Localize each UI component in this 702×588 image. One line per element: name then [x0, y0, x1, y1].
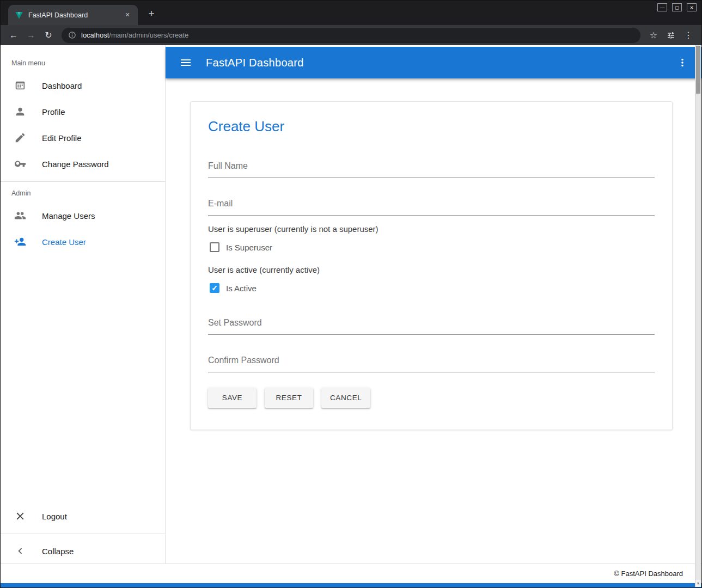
appbar: FastAPI Dashboard — [166, 47, 701, 78]
checkbox-checked-icon: ✓ — [210, 283, 219, 293]
superuser-hint: User is superuser (currently is not a su… — [208, 224, 655, 234]
bookmark-star-icon[interactable]: ☆ — [646, 28, 661, 43]
form-actions: SAVE RESET CANCEL — [208, 388, 655, 408]
checkbox-unchecked-icon — [210, 242, 219, 252]
page-body: Main menu Dashboard Profile Edit Profile — [1, 45, 701, 564]
new-tab-button[interactable]: + — [144, 7, 158, 21]
tune-icon[interactable] — [663, 28, 679, 43]
sidebar-item-dashboard[interactable]: Dashboard — [1, 72, 165, 99]
sidebar-item-label: Change Password — [42, 160, 109, 169]
window-minimize-button[interactable]: — — [657, 3, 667, 11]
key-icon — [14, 157, 27, 170]
sidebar-item-profile[interactable]: Profile — [1, 99, 165, 125]
browser-menu-icon[interactable]: ⋮ — [681, 28, 696, 43]
tab-close-icon[interactable]: ✕ — [123, 10, 132, 20]
reload-icon[interactable]: ↻ — [41, 28, 56, 43]
sidebar-item-label: Edit Profile — [42, 133, 82, 143]
people-icon — [14, 209, 27, 222]
reset-button[interactable]: RESET — [265, 388, 313, 408]
is-active-checkbox[interactable]: ✓ Is Active — [210, 283, 257, 293]
site-info-icon[interactable] — [68, 31, 76, 39]
vuetify-favicon-icon — [15, 11, 23, 20]
browser-tab[interactable]: FastAPI Dashboard ✕ — [8, 5, 138, 25]
sidebar-item-label: Create User — [42, 237, 86, 247]
content-area: Create User User is superuser (currently… — [166, 78, 701, 564]
sidebar-item-label: Collapse — [42, 547, 74, 556]
email-input[interactable] — [208, 193, 655, 216]
page-title: Create User — [208, 118, 655, 135]
scrollbar-thumb[interactable] — [696, 46, 700, 94]
forward-icon[interactable]: → — [23, 28, 39, 43]
window-maximize-button[interactable]: ▢ — [672, 3, 682, 11]
footer-accent-bar — [1, 583, 701, 587]
browser-window: FastAPI Dashboard ✕ + — ▢ ✕ ← → ↻ localh… — [0, 0, 702, 588]
sidebar-item-create-user[interactable]: Create User — [1, 229, 165, 255]
confirm-password-input[interactable] — [208, 350, 655, 372]
sidebar-item-collapse[interactable]: Collapse — [1, 538, 165, 564]
dashboard-icon — [14, 79, 27, 92]
sidebar-item-label: Profile — [42, 107, 65, 117]
hamburger-menu-icon[interactable] — [179, 56, 193, 70]
appbar-title: FastAPI Dashboard — [206, 57, 662, 69]
browser-titlebar: FastAPI Dashboard ✕ + — ▢ ✕ — [1, 1, 701, 25]
pencil-icon — [14, 131, 27, 144]
sidebar-item-label: Manage Users — [42, 211, 95, 220]
url-text: localhost/main/admin/users/create — [81, 31, 188, 39]
sidebar-item-label: Dashboard — [42, 81, 82, 90]
person-icon — [14, 105, 27, 118]
chevron-left-icon — [14, 544, 27, 558]
window-close-button[interactable]: ✕ — [687, 3, 697, 11]
save-button[interactable]: SAVE — [208, 388, 257, 408]
sidebar-divider — [1, 181, 165, 182]
url-bar[interactable]: localhost/main/admin/users/create — [62, 28, 640, 43]
checkbox-label: Is Superuser — [226, 243, 272, 252]
sidebar: Main menu Dashboard Profile Edit Profile — [1, 45, 166, 564]
url-path: /main/admin/users/create — [109, 31, 188, 39]
sidebar-section-admin: Admin — [1, 186, 165, 203]
close-icon — [14, 510, 27, 523]
scrollbar-down-icon[interactable]: ▼ — [695, 580, 701, 587]
browser-toolbar: ← → ↻ localhost/main/admin/users/create … — [1, 25, 701, 45]
sidebar-section-main-menu: Main menu — [1, 47, 165, 72]
create-user-card: Create User User is superuser (currently… — [190, 101, 673, 430]
sidebar-item-label: Logout — [42, 512, 67, 521]
full-name-input[interactable] — [208, 156, 655, 178]
appbar-kebab-icon[interactable] — [675, 56, 689, 70]
page-scrollbar[interactable]: ▼ — [695, 45, 701, 587]
sidebar-item-manage-users[interactable]: Manage Users — [1, 203, 165, 229]
set-password-input[interactable] — [208, 313, 655, 335]
is-superuser-checkbox[interactable]: Is Superuser — [210, 242, 272, 252]
sidebar-item-edit-profile[interactable]: Edit Profile — [1, 125, 165, 151]
footer-copyright: © FastAPI Dashboard — [614, 569, 683, 578]
sidebar-divider — [1, 534, 165, 534]
window-controls: — ▢ ✕ — [657, 3, 697, 11]
checkbox-label: Is Active — [226, 284, 257, 293]
back-icon[interactable]: ← — [6, 28, 21, 43]
sidebar-item-change-password[interactable]: Change Password — [1, 151, 165, 177]
cancel-button[interactable]: CANCEL — [321, 388, 370, 408]
main-area: FastAPI Dashboard Create User User is su… — [166, 45, 701, 564]
person-add-icon — [14, 235, 27, 248]
footer: © FastAPI Dashboard — [1, 564, 701, 583]
active-hint: User is active (currently active) — [208, 265, 655, 274]
url-host: localhost — [81, 31, 109, 39]
tab-title: FastAPI Dashboard — [28, 11, 118, 19]
sidebar-item-logout[interactable]: Logout — [1, 503, 165, 529]
